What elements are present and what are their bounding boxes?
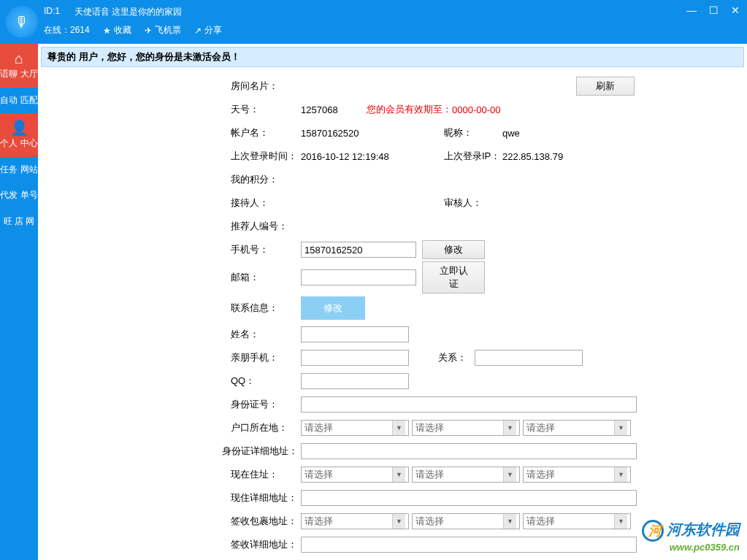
titlebar: 🎙 ID:1 天使语音 这里是你的的家园 在线：2614 ★收藏 ✈飞机票 ↗分… [0, 0, 747, 44]
contact-label: 联系信息： [231, 302, 301, 315]
idcard-addr-label: 身份证详细地址： [222, 445, 301, 458]
package-district-select[interactable]: 请选择▼ [523, 513, 631, 529]
content-area: 尊贵的 用户，您好，您的身份是未激活会员！ 房间名片： 刷新 天号： 12570… [38, 44, 747, 560]
qq-input[interactable] [301, 373, 409, 389]
sidebar-item-personal[interactable]: 👤 个人 中心 [0, 113, 38, 157]
tian-value: 1257068 [301, 104, 367, 115]
nick-value: qwe [502, 128, 520, 139]
auditor-label: 审核人： [444, 196, 514, 210]
sidebar-item-lobby[interactable]: ⌂ 语聊 大厅 [0, 44, 38, 88]
hukou-district-select[interactable]: 请选择▼ [523, 420, 631, 436]
current-province-select[interactable]: 请选择▼ [301, 467, 409, 483]
sidebar-item-dispatch[interactable]: 代发 单号 [0, 183, 38, 209]
sidebar-item-task[interactable]: 任务 网站 [0, 157, 38, 183]
hukou-province-select[interactable]: 请选择▼ [301, 420, 409, 436]
home-icon: ⌂ [15, 51, 23, 66]
current-district-select[interactable]: 请选择▼ [523, 467, 631, 483]
chevron-down-icon: ▼ [614, 514, 627, 529]
close-button[interactable]: ✕ [729, 4, 741, 16]
nick-label: 昵称： [444, 126, 502, 139]
maximize-button[interactable]: ☐ [708, 4, 719, 16]
package-addr-detail-input[interactable] [301, 537, 637, 553]
package-city-select[interactable]: 请选择▼ [412, 513, 520, 529]
share-link[interactable]: ↗分享 [194, 24, 222, 37]
package-addr-detail-label: 签收详细地址： [231, 538, 301, 551]
phone-label: 手机号： [231, 243, 301, 256]
airplane-icon: ✈ [145, 26, 152, 36]
chevron-down-icon: ▼ [503, 467, 516, 482]
current-addr-detail-label: 现住详细地址： [231, 491, 301, 505]
chevron-down-icon: ▼ [392, 514, 405, 529]
package-addr-label: 签收包裹地址： [231, 515, 301, 528]
points-label: 我的积分： [231, 173, 301, 186]
chevron-down-icon: ▼ [392, 467, 405, 482]
account-label: 帐户名： [231, 126, 301, 139]
chevron-down-icon: ▼ [614, 467, 627, 482]
expire-value: 0000-00-00 [452, 104, 501, 115]
relation-input[interactable] [475, 350, 583, 366]
contact-modify-button[interactable]: 修改 [301, 296, 365, 320]
relative-phone-input[interactable] [301, 350, 409, 366]
app-logo: 🎙 [0, 0, 44, 44]
email-label: 邮箱： [231, 271, 301, 284]
share-icon: ↗ [194, 26, 202, 36]
sidebar-item-automatch[interactable]: 自动 匹配 [0, 88, 38, 114]
last-login-ip-label: 上次登录IP： [444, 150, 502, 163]
last-login-time-value: 2016-10-12 12:19:48 [301, 151, 444, 162]
current-addr-detail-input[interactable] [301, 490, 637, 506]
refresh-button[interactable]: 刷新 [576, 77, 635, 96]
angel-mic-icon: 🎙 [15, 14, 29, 31]
relative-phone-label: 亲朋手机： [231, 351, 301, 364]
chevron-down-icon: ▼ [392, 421, 405, 435]
qq-label: QQ： [231, 375, 301, 388]
referrer-label: 推荐人编号： [231, 220, 301, 233]
sidebar: ⌂ 语聊 大厅 自动 匹配 👤 个人 中心 任务 网站 代发 单号 旺 店 网 [0, 44, 38, 560]
last-login-ip-value: 222.85.138.79 [502, 151, 563, 162]
sidebar-item-shop[interactable]: 旺 店 网 [0, 209, 38, 235]
phone-input[interactable] [301, 242, 416, 258]
hukou-city-select[interactable]: 请选择▼ [412, 420, 520, 436]
account-value: 15870162520 [301, 128, 444, 139]
app-title: 天使语音 这里是你的的家园 [74, 6, 182, 18]
person-icon: 👤 [10, 120, 28, 135]
idcard-label: 身份证号： [231, 398, 301, 411]
current-addr-label: 现在住址： [231, 468, 301, 481]
notice-bar: 尊贵的 用户，您好，您的身份是未激活会员！ [41, 47, 744, 67]
idcard-addr-input[interactable] [301, 443, 637, 459]
room-card-label: 房间名片： [231, 80, 301, 93]
favorite-link[interactable]: ★收藏 [103, 24, 131, 37]
name-input[interactable] [301, 326, 409, 342]
expire-prefix: 您的会员有效期至： [367, 103, 452, 116]
star-icon: ★ [103, 26, 111, 36]
chevron-down-icon: ▼ [503, 421, 516, 435]
tian-label: 天号： [231, 103, 301, 116]
package-province-select[interactable]: 请选择▼ [301, 513, 409, 529]
id-label: ID:1 [44, 6, 60, 18]
receiver-label: 接待人： [231, 196, 301, 210]
airplane-ticket-link[interactable]: ✈飞机票 [145, 24, 181, 37]
last-login-time-label: 上次登录时间： [231, 150, 301, 163]
online-count: 在线：2614 [44, 24, 90, 37]
current-city-select[interactable]: 请选择▼ [412, 467, 520, 483]
phone-modify-button[interactable]: 修改 [422, 240, 485, 259]
minimize-button[interactable]: — [686, 4, 697, 16]
chevron-down-icon: ▼ [503, 514, 516, 529]
relation-label: 关系： [438, 351, 475, 364]
hukou-label: 户口所在地： [231, 421, 301, 434]
email-input[interactable] [301, 269, 416, 285]
name-label: 姓名： [231, 328, 301, 341]
chevron-down-icon: ▼ [614, 421, 627, 435]
verify-button[interactable]: 立即认证 [422, 261, 485, 294]
idcard-input[interactable] [301, 396, 637, 413]
